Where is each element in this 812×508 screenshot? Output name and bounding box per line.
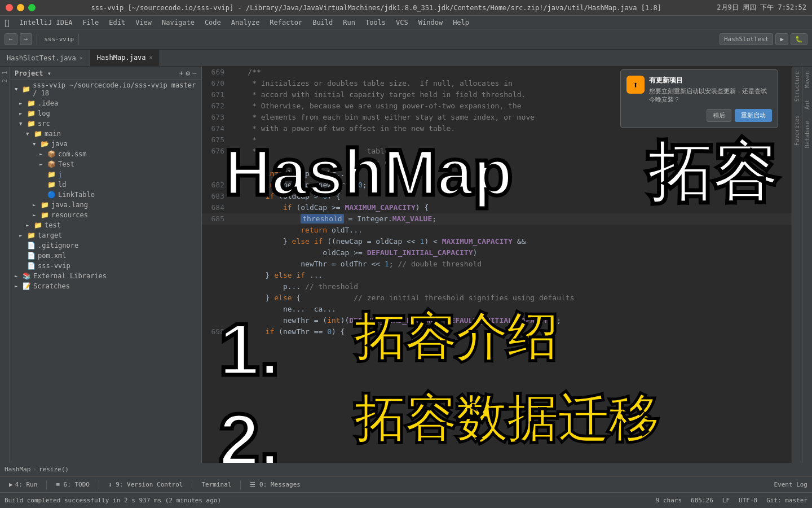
code-line-675: 675 * [202, 134, 792, 146]
tree-label-idea: .idea [38, 99, 58, 107]
menu-build[interactable]: Build [308, 17, 337, 28]
title-bar: sss-vvip [~/sourcecode.io/sss-vvip] - /L… [0, 0, 812, 16]
side-tab-2[interactable]: 2 [2, 79, 8, 82]
nav-back-button[interactable]: ← [5, 33, 17, 45]
notif-later-button[interactable]: 稍后 [707, 109, 731, 122]
menu-edit[interactable]: Edit [104, 17, 130, 28]
tab-bar: HashSlotTest.java ✕ HashMap.java ✕ [0, 50, 812, 67]
lf-status: LF [722, 497, 730, 504]
side-structure-label[interactable]: Structure [794, 71, 800, 102]
menu-window[interactable]: Window [414, 17, 447, 28]
tree-item-log[interactable]: ► 📁 log [10, 108, 201, 119]
notif-restart-button[interactable]: 重新启动 [735, 109, 772, 122]
tree-item-j[interactable]: 📁 j [10, 169, 201, 179]
sidebar-gear-button[interactable]: ⚙ [186, 69, 190, 77]
version-control-button[interactable]: ↕ 9: Version Control [104, 480, 187, 489]
todo-label: ≡ 6: TODO [56, 481, 90, 488]
menu-run[interactable]: Run [338, 17, 360, 28]
menu-view[interactable]: View [131, 17, 156, 28]
notification-popup: ⬆ 有更新项目 您要立刻重新启动以安装些更新，还是尝试今晚安装？ 稍后 重新启动 [620, 69, 778, 128]
tree-item-sss-vvip[interactable]: ▼ 📁 sss-vvip ~/sourcecode.io/sss-vvip ma… [10, 80, 201, 98]
toolbar-separator [37, 34, 37, 45]
menu-analyze[interactable]: Analyze [227, 17, 264, 28]
overlay-text2: 拓容数据迁移 [354, 391, 659, 447]
tree-item-test2[interactable]: ► 📁 test [10, 220, 201, 230]
tab-hashslottest[interactable]: HashSlotTest.java ✕ [0, 50, 90, 67]
side-favorites-label[interactable]: Favorites [794, 115, 800, 146]
tree-item-gitignore[interactable]: 📄 .gitignore [10, 240, 201, 251]
run-label: 4: Run [15, 481, 38, 488]
tree-icon-libs: 📚 [23, 272, 31, 280]
git-status: Git: master [766, 497, 807, 504]
menu-refactor[interactable]: Refactor [265, 17, 307, 28]
tree-item-com-ssm[interactable]: ► 📦 com.ssm [10, 149, 201, 159]
tree-item-test[interactable]: ► 📦 Test [10, 159, 201, 169]
run-config-selector[interactable]: HashSlotTest [720, 33, 773, 45]
tree-item-linktable[interactable]: 🔵 LinkTable [10, 190, 201, 200]
right-side-panel: Structure Favorites [792, 67, 802, 463]
notif-title: 有更新项目 [649, 76, 772, 85]
notif-text-area: 有更新项目 您要立刻重新启动以安装些更新，还是尝试今晚安装？ [649, 76, 772, 104]
code-line-683: 683 if (oldCap > 0) { [202, 191, 792, 202]
tree-item-scratches[interactable]: ► 📝 Scratches [10, 281, 201, 291]
tree-item-pom[interactable]: 📄 pom.xml [10, 251, 201, 261]
close-button[interactable] [6, 4, 13, 11]
side-tab-1[interactable]: 1 [2, 71, 8, 75]
notif-body: 您要立刻重新启动以安装些更新，还是尝试今晚安装？ [649, 87, 772, 104]
maven-panel: Maven Ant Database [802, 67, 812, 463]
menu-file[interactable]: File [78, 17, 103, 28]
sidebar: Project ▾ + ⚙ − ▼ 📁 sss-vvip ~/sourcecod… [10, 67, 202, 463]
tab-hashmap[interactable]: HashMap.java ✕ [90, 50, 160, 67]
code-line-698: 698 if (newThr == 0) { [202, 326, 792, 338]
minimize-button[interactable] [17, 4, 24, 11]
tab-hashmap-close[interactable]: ✕ [149, 54, 153, 60]
tree-icon-package: 📦 [47, 150, 56, 158]
event-log-button[interactable]: Event Log [774, 481, 807, 488]
tree-arrow: ▼ [26, 131, 32, 137]
maven-label[interactable]: Maven [804, 71, 810, 88]
menu-code[interactable]: Code [200, 17, 226, 28]
toolbar-sep2 [78, 34, 79, 45]
encoding-status: UTF-8 [739, 497, 757, 504]
menu-tools[interactable]: Tools [361, 17, 390, 28]
tree-item-sss[interactable]: 📄 sss-vvip [10, 261, 201, 271]
menu-intellij[interactable]: IntelliJ IDEA [15, 17, 77, 28]
code-line-685: 685 threshold = Integer.MAX_VALUE; [202, 213, 792, 225]
sidebar-minus-button[interactable]: − [192, 69, 197, 77]
tree-label-test: Test [58, 160, 74, 168]
tree-item-ld[interactable]: 📁 ld [10, 179, 201, 190]
sidebar-add-button[interactable]: + [179, 69, 184, 77]
maximize-button[interactable] [28, 4, 36, 11]
tree-item-java-lang[interactable]: ► 📁 java.lang [10, 200, 201, 210]
tree-item-target[interactable]: ► 📁 target [10, 230, 201, 240]
debug-button[interactable]: 🐛 [791, 33, 807, 45]
code-line-empty: 0 : o [202, 157, 792, 168]
menu-vcs[interactable]: VCS [391, 17, 413, 28]
tree-icon-folder: 📁 [34, 221, 42, 229]
tree-label-src: src [38, 120, 50, 128]
tree-icon-folder: 📁 [27, 120, 36, 128]
terminal-button[interactable]: Terminal [197, 480, 236, 489]
menu-help[interactable]: Help [448, 17, 474, 28]
tab-hashslottest-close[interactable]: ✕ [80, 55, 83, 61]
notif-icon: ⬆ [626, 76, 645, 94]
menu-navigate[interactable]: Navigate [157, 17, 199, 28]
code-line-elseif2: } else if ... [202, 270, 792, 281]
tree-item-java[interactable]: ▼ 📂 java [10, 139, 201, 149]
code-line-676: 676 * table [202, 146, 792, 157]
ant-label[interactable]: Ant [804, 99, 810, 110]
code-line-newthr2: newThr = (int)(DEFAULT_LOAD_FACTOR * DEF… [202, 315, 792, 326]
tree-item-main[interactable]: ▼ 📁 main [10, 129, 201, 139]
code-line-else: } else { // zero initial threshold signi… [202, 292, 792, 304]
todo-panel-button[interactable]: ≡ 6: TODO [51, 480, 94, 489]
messages-button[interactable]: ☰ 0: Messages [245, 480, 304, 489]
tree-item-idea[interactable]: ► 📁 .idea [10, 98, 201, 108]
database-label[interactable]: Database [804, 121, 810, 148]
tree-item-src[interactable]: ▼ 📁 src [10, 119, 201, 129]
run-button[interactable]: ▶ [775, 33, 788, 45]
nav-forward-button[interactable]: → [20, 33, 33, 45]
tree-item-resources[interactable]: ► 📁 resources [10, 210, 201, 220]
apple-logo[interactable]:  [5, 18, 9, 27]
run-panel-button[interactable]: ▶ 4: Run [5, 480, 42, 489]
tree-item-external-libs[interactable]: ► 📚 External Libraries [10, 271, 201, 281]
